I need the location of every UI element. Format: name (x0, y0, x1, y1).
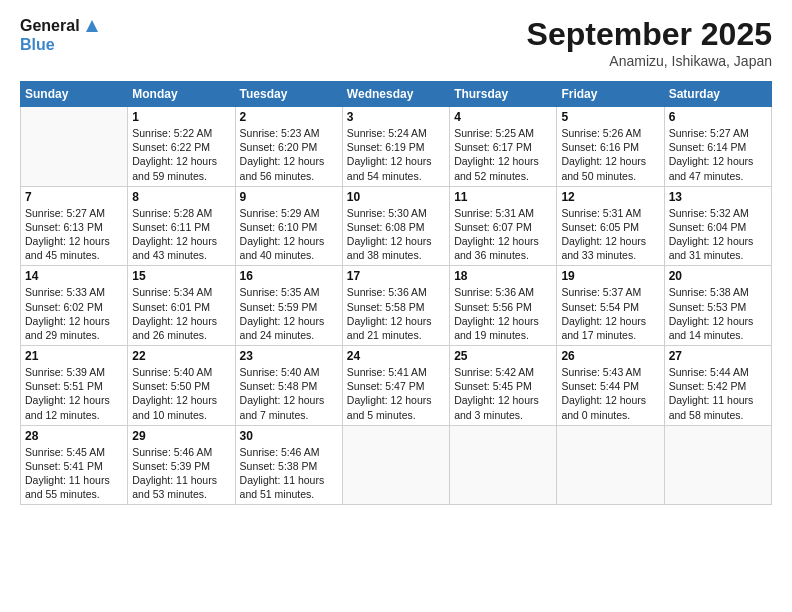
calendar-table: Sunday Monday Tuesday Wednesday Thursday… (20, 81, 772, 505)
day-info: Sunrise: 5:33 AM Sunset: 6:02 PM Dayligh… (25, 285, 123, 342)
calendar-cell (21, 107, 128, 187)
calendar-cell: 12Sunrise: 5:31 AM Sunset: 6:05 PM Dayli… (557, 186, 664, 266)
calendar-cell (557, 425, 664, 505)
calendar-cell: 25Sunrise: 5:42 AM Sunset: 5:45 PM Dayli… (450, 346, 557, 426)
week-row-2: 7Sunrise: 5:27 AM Sunset: 6:13 PM Daylig… (21, 186, 772, 266)
col-tuesday: Tuesday (235, 82, 342, 107)
calendar-cell: 2Sunrise: 5:23 AM Sunset: 6:20 PM Daylig… (235, 107, 342, 187)
week-row-1: 1Sunrise: 5:22 AM Sunset: 6:22 PM Daylig… (21, 107, 772, 187)
calendar-cell: 4Sunrise: 5:25 AM Sunset: 6:17 PM Daylig… (450, 107, 557, 187)
col-sunday: Sunday (21, 82, 128, 107)
calendar-cell: 22Sunrise: 5:40 AM Sunset: 5:50 PM Dayli… (128, 346, 235, 426)
day-number: 12 (561, 190, 659, 204)
day-info: Sunrise: 5:45 AM Sunset: 5:41 PM Dayligh… (25, 445, 123, 502)
calendar-cell (342, 425, 449, 505)
calendar-cell: 17Sunrise: 5:36 AM Sunset: 5:58 PM Dayli… (342, 266, 449, 346)
calendar-cell: 21Sunrise: 5:39 AM Sunset: 5:51 PM Dayli… (21, 346, 128, 426)
day-info: Sunrise: 5:44 AM Sunset: 5:42 PM Dayligh… (669, 365, 767, 422)
day-info: Sunrise: 5:25 AM Sunset: 6:17 PM Dayligh… (454, 126, 552, 183)
day-number: 18 (454, 269, 552, 283)
day-info: Sunrise: 5:40 AM Sunset: 5:50 PM Dayligh… (132, 365, 230, 422)
day-number: 28 (25, 429, 123, 443)
day-number: 29 (132, 429, 230, 443)
day-info: Sunrise: 5:28 AM Sunset: 6:11 PM Dayligh… (132, 206, 230, 263)
day-info: Sunrise: 5:43 AM Sunset: 5:44 PM Dayligh… (561, 365, 659, 422)
day-info: Sunrise: 5:31 AM Sunset: 6:05 PM Dayligh… (561, 206, 659, 263)
calendar-cell: 30Sunrise: 5:46 AM Sunset: 5:38 PM Dayli… (235, 425, 342, 505)
day-number: 8 (132, 190, 230, 204)
day-info: Sunrise: 5:42 AM Sunset: 5:45 PM Dayligh… (454, 365, 552, 422)
calendar-cell: 3Sunrise: 5:24 AM Sunset: 6:19 PM Daylig… (342, 107, 449, 187)
day-info: Sunrise: 5:39 AM Sunset: 5:51 PM Dayligh… (25, 365, 123, 422)
day-number: 30 (240, 429, 338, 443)
logo-wordmark: General Blue (20, 16, 102, 54)
col-monday: Monday (128, 82, 235, 107)
day-number: 23 (240, 349, 338, 363)
calendar-cell: 20Sunrise: 5:38 AM Sunset: 5:53 PM Dayli… (664, 266, 771, 346)
day-number: 27 (669, 349, 767, 363)
day-number: 26 (561, 349, 659, 363)
calendar-cell: 14Sunrise: 5:33 AM Sunset: 6:02 PM Dayli… (21, 266, 128, 346)
day-number: 13 (669, 190, 767, 204)
svg-marker-0 (86, 20, 98, 32)
day-info: Sunrise: 5:46 AM Sunset: 5:38 PM Dayligh… (240, 445, 338, 502)
calendar-cell: 5Sunrise: 5:26 AM Sunset: 6:16 PM Daylig… (557, 107, 664, 187)
day-info: Sunrise: 5:26 AM Sunset: 6:16 PM Dayligh… (561, 126, 659, 183)
day-number: 16 (240, 269, 338, 283)
calendar-cell: 13Sunrise: 5:32 AM Sunset: 6:04 PM Dayli… (664, 186, 771, 266)
day-info: Sunrise: 5:27 AM Sunset: 6:14 PM Dayligh… (669, 126, 767, 183)
calendar-cell: 24Sunrise: 5:41 AM Sunset: 5:47 PM Dayli… (342, 346, 449, 426)
day-info: Sunrise: 5:38 AM Sunset: 5:53 PM Dayligh… (669, 285, 767, 342)
day-info: Sunrise: 5:30 AM Sunset: 6:08 PM Dayligh… (347, 206, 445, 263)
col-saturday: Saturday (664, 82, 771, 107)
logo: General Blue (20, 16, 102, 54)
day-info: Sunrise: 5:40 AM Sunset: 5:48 PM Dayligh… (240, 365, 338, 422)
day-info: Sunrise: 5:32 AM Sunset: 6:04 PM Dayligh… (669, 206, 767, 263)
day-number: 11 (454, 190, 552, 204)
calendar-cell: 16Sunrise: 5:35 AM Sunset: 5:59 PM Dayli… (235, 266, 342, 346)
day-info: Sunrise: 5:31 AM Sunset: 6:07 PM Dayligh… (454, 206, 552, 263)
col-thursday: Thursday (450, 82, 557, 107)
calendar-cell: 10Sunrise: 5:30 AM Sunset: 6:08 PM Dayli… (342, 186, 449, 266)
day-number: 1 (132, 110, 230, 124)
day-info: Sunrise: 5:34 AM Sunset: 6:01 PM Dayligh… (132, 285, 230, 342)
day-info: Sunrise: 5:37 AM Sunset: 5:54 PM Dayligh… (561, 285, 659, 342)
day-number: 6 (669, 110, 767, 124)
calendar-cell: 23Sunrise: 5:40 AM Sunset: 5:48 PM Dayli… (235, 346, 342, 426)
month-title: September 2025 (527, 16, 772, 53)
calendar-cell (664, 425, 771, 505)
day-number: 24 (347, 349, 445, 363)
day-info: Sunrise: 5:27 AM Sunset: 6:13 PM Dayligh… (25, 206, 123, 263)
day-number: 17 (347, 269, 445, 283)
calendar-cell: 7Sunrise: 5:27 AM Sunset: 6:13 PM Daylig… (21, 186, 128, 266)
day-info: Sunrise: 5:36 AM Sunset: 5:56 PM Dayligh… (454, 285, 552, 342)
day-number: 25 (454, 349, 552, 363)
calendar-cell: 9Sunrise: 5:29 AM Sunset: 6:10 PM Daylig… (235, 186, 342, 266)
day-info: Sunrise: 5:36 AM Sunset: 5:58 PM Dayligh… (347, 285, 445, 342)
calendar-body: 1Sunrise: 5:22 AM Sunset: 6:22 PM Daylig… (21, 107, 772, 505)
title-block: September 2025 Anamizu, Ishikawa, Japan (527, 16, 772, 69)
day-number: 5 (561, 110, 659, 124)
calendar-cell: 28Sunrise: 5:45 AM Sunset: 5:41 PM Dayli… (21, 425, 128, 505)
day-number: 4 (454, 110, 552, 124)
day-number: 3 (347, 110, 445, 124)
calendar-cell: 26Sunrise: 5:43 AM Sunset: 5:44 PM Dayli… (557, 346, 664, 426)
calendar-cell: 27Sunrise: 5:44 AM Sunset: 5:42 PM Dayli… (664, 346, 771, 426)
day-number: 2 (240, 110, 338, 124)
day-number: 15 (132, 269, 230, 283)
day-number: 22 (132, 349, 230, 363)
col-wednesday: Wednesday (342, 82, 449, 107)
header: General Blue September 2025 Anamizu, Ish… (20, 16, 772, 69)
week-row-4: 21Sunrise: 5:39 AM Sunset: 5:51 PM Dayli… (21, 346, 772, 426)
day-number: 10 (347, 190, 445, 204)
day-number: 14 (25, 269, 123, 283)
calendar-cell: 29Sunrise: 5:46 AM Sunset: 5:39 PM Dayli… (128, 425, 235, 505)
calendar-cell: 6Sunrise: 5:27 AM Sunset: 6:14 PM Daylig… (664, 107, 771, 187)
day-info: Sunrise: 5:23 AM Sunset: 6:20 PM Dayligh… (240, 126, 338, 183)
calendar-cell: 19Sunrise: 5:37 AM Sunset: 5:54 PM Dayli… (557, 266, 664, 346)
day-number: 7 (25, 190, 123, 204)
calendar-header-row: Sunday Monday Tuesday Wednesday Thursday… (21, 82, 772, 107)
week-row-3: 14Sunrise: 5:33 AM Sunset: 6:02 PM Dayli… (21, 266, 772, 346)
day-number: 19 (561, 269, 659, 283)
day-info: Sunrise: 5:41 AM Sunset: 5:47 PM Dayligh… (347, 365, 445, 422)
